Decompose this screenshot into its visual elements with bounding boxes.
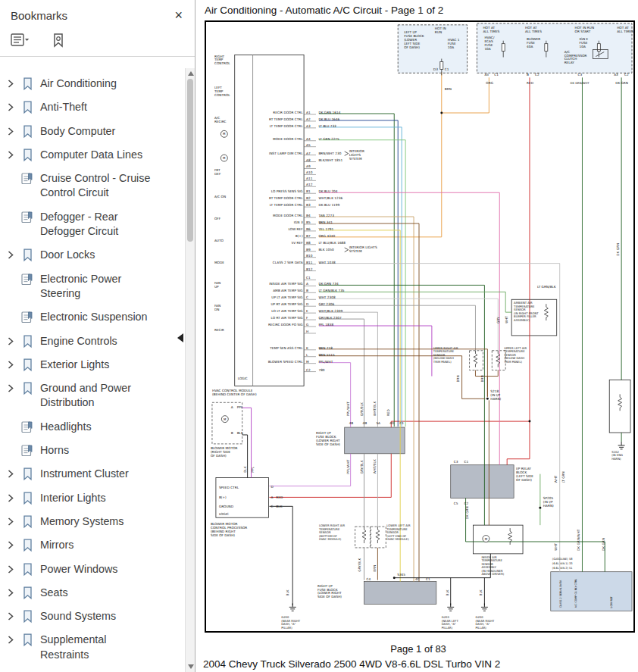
- svg-text:B8: B8: [306, 241, 311, 245]
- bookmark-item-label: Defogger - Rear Defogger Circuit: [40, 210, 155, 239]
- svg-text:BRN: BRN: [445, 87, 452, 91]
- svg-text:S345: S345: [397, 573, 405, 577]
- bookmark-item[interactable]: Seats: [0, 581, 185, 605]
- chevron-right-icon[interactable]: [7, 635, 15, 645]
- chevron-right-icon[interactable]: [7, 102, 15, 112]
- chevron-right-icon[interactable]: [7, 150, 15, 160]
- chevron-right-icon[interactable]: [7, 127, 15, 136]
- bookmark-item-label: Exterior Lights: [40, 358, 109, 372]
- chevron-right-icon[interactable]: [7, 469, 15, 479]
- bookmark-icon: [20, 124, 35, 139]
- svg-text:GRY/BLK 2307: GRY/BLK 2307: [318, 316, 342, 320]
- bookmark-item[interactable]: Instrument Cluster: [0, 462, 185, 486]
- svg-text:WHT/BLK: WHT/BLK: [373, 401, 377, 416]
- scroll-down-icon[interactable]: [188, 664, 194, 669]
- svg-text:INTERIORLIGHTSSYSTEM: INTERIORLIGHTSSYSTEM: [349, 149, 364, 161]
- svg-text:C1: C1: [464, 460, 469, 464]
- bookmark-item[interactable]: Interior Lights: [0, 486, 185, 510]
- bookmark-item-label: Instrument Cluster: [40, 467, 129, 481]
- svg-text:RT TEMP DOOR CTRL: RT TEMP DOOR CTRL: [269, 117, 303, 121]
- svg-text:FRTDEF: FRTDEF: [214, 168, 221, 176]
- svg-text:HVAC CONTROL MODULE(BEHIND CEN: HVAC CONTROL MODULE(BEHIND CENTER OF DAS…: [212, 389, 257, 396]
- svg-text:K: K: [306, 346, 308, 350]
- bookmark-item[interactable]: Transmissions: [0, 667, 185, 672]
- chevron-right-icon[interactable]: [7, 588, 15, 598]
- svg-text:C2: C2: [624, 73, 629, 77]
- svg-text:CLASS 2 SERIAL DATA: CLASS 2 SERIAL DATA: [559, 580, 562, 608]
- svg-text:GRY/BLK: GRY/BLK: [358, 558, 361, 571]
- svg-text:DK GRN/WHT: DK GRN/WHT: [577, 529, 580, 551]
- svg-text:4B: 4B: [349, 421, 354, 425]
- svg-text:A5: A5: [306, 143, 311, 147]
- bookmark-item[interactable]: Power Windows: [0, 558, 185, 581]
- svg-text:GRY/BLK: GRY/BLK: [360, 402, 364, 416]
- bookmark-item[interactable]: Door Locks: [0, 243, 185, 267]
- locate-bookmark-icon[interactable]: [49, 31, 67, 49]
- bookmarks-panel-title: Bookmarks: [11, 9, 67, 22]
- bookmark-item-label: Sound Systems: [40, 609, 116, 624]
- bookmarks-panel: Bookmarks × Air ConditioningAnti-TheftBo…: [0, 0, 195, 672]
- bookmark-item[interactable]: Cruise Control - Cruise Control Circuit: [0, 167, 185, 205]
- bookmark-item-label: Power Windows: [40, 562, 118, 577]
- svg-text:B5: B5: [306, 220, 311, 224]
- svg-text:G203(NEAR LEFTDASH, "A"PILLAR): G203(NEAR LEFTDASH, "A"PILLAR): [442, 616, 459, 629]
- chevron-right-icon[interactable]: [7, 611, 15, 621]
- svg-text:A3: A3: [306, 124, 311, 128]
- bookmark-item[interactable]: Anti-Theft: [0, 95, 185, 119]
- bookmark-item[interactable]: Mirrors: [0, 533, 185, 557]
- bookmark-item[interactable]: Ground and Power Distribution: [0, 377, 185, 415]
- svg-text:DK GRN/WHT: DK GRN/WHT: [571, 82, 590, 85]
- svg-text:TEMP SEN ASS CTRL: TEMP SEN ASS CTRL: [269, 346, 303, 350]
- bookmark-item[interactable]: Air Conditioning: [0, 72, 185, 95]
- bookmark-item[interactable]: Exterior Lights: [0, 353, 185, 377]
- chevron-right-icon[interactable]: [7, 517, 15, 527]
- bookmark-item[interactable]: Electronic Power Steering: [0, 267, 185, 306]
- bookmark-item[interactable]: Computer Data Lines: [0, 143, 185, 167]
- panel-options-icon[interactable]: [9, 31, 31, 49]
- chevron-right-icon[interactable]: [7, 564, 15, 574]
- close-icon[interactable]: ×: [174, 8, 183, 22]
- svg-text:BRN/WHT 230: BRN/WHT 230: [318, 152, 341, 155]
- bookmark-item[interactable]: Horns: [0, 439, 185, 462]
- bookmark-item[interactable]: Headlights: [0, 415, 185, 439]
- svg-text:RECIR: RECIR: [214, 328, 224, 332]
- chevron-right-icon[interactable]: [7, 79, 15, 89]
- chevron-right-icon[interactable]: [7, 336, 15, 346]
- svg-text:UP RT AIR TEMP SIG: UP RT AIR TEMP SIG: [271, 302, 302, 306]
- bookmark-icon: [20, 633, 35, 647]
- svg-text:G: G: [306, 323, 308, 327]
- collapse-panel-icon[interactable]: [177, 333, 183, 342]
- bookmark-item-label: Door Locks: [40, 248, 95, 262]
- chevron-right-icon[interactable]: [7, 493, 15, 503]
- svg-text:BRN 341: BRN 341: [318, 220, 333, 224]
- chevron-right-icon[interactable]: [7, 383, 15, 393]
- wiring-diagram: MMMMRECIR DOOR CTRLA1DK GRN 1614RT TEMP …: [206, 22, 633, 631]
- svg-text:C: C: [306, 295, 308, 299]
- bookmark-item[interactable]: Electronic Suspension: [0, 305, 185, 329]
- bookmarks-scrollbar[interactable]: [185, 68, 195, 672]
- svg-text:SPEED CTRL: SPEED CTRL: [219, 486, 239, 489]
- chevron-right-icon[interactable]: [7, 250, 15, 260]
- svg-text:BRN: BRN: [456, 375, 460, 382]
- svg-text:UPPER LEFT AIRTEMPERATURESENSO: UPPER LEFT AIRTEMPERATURESENSOR(BELOW DA…: [503, 347, 527, 364]
- chevron-right-icon[interactable]: [7, 540, 15, 550]
- svg-text:GRY/BLK: GRY/BLK: [360, 460, 364, 474]
- bookmark-item[interactable]: Body Computer: [0, 120, 185, 143]
- svg-text:BLK 1050: BLK 1050: [318, 248, 334, 252]
- bookmark-item-label: Computer Data Lines: [40, 148, 142, 162]
- svg-text:B1: B1: [306, 189, 311, 193]
- bookmark-item[interactable]: Supplemental Restraints: [0, 628, 185, 667]
- bookmark-item[interactable]: Sound Systems: [0, 605, 185, 628]
- svg-text:DK GRN 734: DK GRN 734: [318, 282, 339, 286]
- scroll-up-icon[interactable]: [188, 71, 194, 76]
- svg-text:RED: RED: [276, 495, 283, 499]
- svg-text:RECIRC DOOR PO SIG: RECIRC DOOR PO SIG: [268, 323, 303, 327]
- bookmark-item[interactable]: Defogger - Rear Defogger Circuit: [0, 205, 185, 244]
- bookmark-item[interactable]: Engine Controls: [0, 330, 185, 353]
- scrollbar-thumb[interactable]: [187, 79, 193, 242]
- svg-text:OFF: OFF: [214, 217, 221, 220]
- bookmark-item[interactable]: Memory Systems: [0, 510, 185, 533]
- chevron-right-icon[interactable]: [7, 360, 15, 370]
- svg-text:A: A: [271, 495, 273, 499]
- svg-text:A5: A5: [484, 73, 489, 77]
